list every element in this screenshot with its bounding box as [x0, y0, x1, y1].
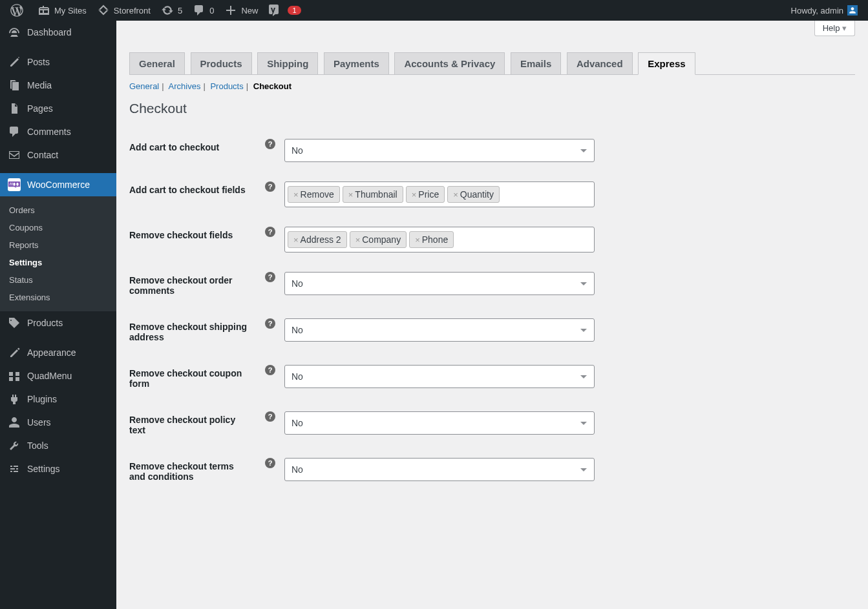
select-add-cart[interactable]: No	[284, 139, 595, 162]
menu-appearance[interactable]: Appearance	[0, 341, 116, 364]
tab-express[interactable]: Express	[638, 52, 695, 75]
yoast-badge: 1	[288, 6, 301, 15]
sub-reports[interactable]: Reports	[0, 236, 116, 254]
sub-extensions[interactable]: Extensions	[0, 289, 116, 306]
chip[interactable]: ×Quantity	[447, 186, 500, 203]
new-content[interactable]: New	[219, 0, 263, 21]
content-area: Help General Products Shipping Payments …	[116, 21, 868, 609]
menu-contact[interactable]: Contact	[0, 143, 116, 167]
help-icon[interactable]: ?	[265, 139, 275, 149]
tab-emails[interactable]: Emails	[511, 52, 561, 75]
remove-chip-icon[interactable]: ×	[293, 190, 299, 200]
select-remove-shipping[interactable]: No	[284, 318, 595, 342]
help-icon[interactable]: ?	[265, 365, 275, 375]
comments[interactable]: 0	[187, 0, 219, 21]
subtab-checkout: Checkout	[253, 81, 291, 91]
label-remove-coupon: Remove checkout coupon form	[129, 355, 259, 402]
remove-chip-icon[interactable]: ×	[453, 190, 458, 200]
menu-media[interactable]: Media	[0, 74, 116, 97]
chip[interactable]: ×Price	[406, 186, 445, 203]
select-remove-terms[interactable]: No	[284, 458, 595, 481]
tab-shipping[interactable]: Shipping	[257, 52, 318, 75]
remove-chip-icon[interactable]: ×	[355, 235, 361, 245]
menu-dashboard[interactable]: Dashboard	[0, 21, 116, 44]
chip[interactable]: ×Address 2	[288, 231, 347, 248]
subtab-archives[interactable]: Archives	[169, 81, 201, 91]
remove-chip-icon[interactable]: ×	[415, 235, 420, 245]
section-subnav: General| Archives| Products| Checkout	[129, 81, 855, 91]
user-greeting[interactable]: Howdy, admin	[786, 0, 863, 21]
yoast-notifications[interactable]: 1	[263, 0, 306, 21]
menu-settings[interactable]: Settings	[0, 457, 116, 480]
admin-sidebar: Dashboard Posts Media Pages Comments Con…	[0, 21, 116, 609]
remove-chip-icon[interactable]: ×	[348, 190, 354, 200]
chip[interactable]: ×Company	[350, 231, 407, 248]
help-icon[interactable]: ?	[265, 318, 275, 329]
menu-products[interactable]: Products	[0, 311, 116, 335]
menu-tools[interactable]: Tools	[0, 434, 116, 457]
menu-woocommerce[interactable]: WooCommerce	[0, 173, 116, 196]
menu-users[interactable]: Users	[0, 411, 116, 434]
label-remove-terms: Remove checkout terms and conditions	[129, 448, 259, 495]
menu-plugins[interactable]: Plugins	[0, 387, 116, 411]
help-tab[interactable]: Help	[814, 21, 855, 36]
settings-tabs: General Products Shipping Payments Accou…	[129, 46, 855, 75]
label-add-cart: Add cart to checkout	[129, 129, 259, 172]
woocommerce-submenu: Orders Coupons Reports Settings Status E…	[0, 196, 116, 311]
tab-products[interactable]: Products	[191, 52, 252, 75]
select-remove-coupon[interactable]: No	[284, 365, 595, 388]
chip[interactable]: ×Remove	[288, 186, 340, 203]
sub-status[interactable]: Status	[0, 271, 116, 289]
subtab-general[interactable]: General	[129, 81, 159, 91]
sub-coupons[interactable]: Coupons	[0, 219, 116, 236]
multiselect-cart-fields[interactable]: ×Remove×Thumbnail×Price×Quantity	[284, 181, 595, 207]
sub-orders[interactable]: Orders	[0, 201, 116, 219]
admin-bar: My Sites Storefront 5 0 New 1 Howdy, adm…	[0, 0, 868, 21]
settings-form: Add cart to checkout ? No Add cart to ch…	[129, 129, 855, 495]
label-remove-policy: Remove checkout policy text	[129, 402, 259, 448]
menu-posts[interactable]: Posts	[0, 50, 116, 74]
menu-quadmenu[interactable]: QuadMenu	[0, 364, 116, 387]
tab-accounts[interactable]: Accounts & Privacy	[394, 52, 505, 75]
wp-logo[interactable]	[5, 0, 32, 21]
tab-advanced[interactable]: Advanced	[567, 52, 633, 75]
label-remove-fields: Remove checkout fields	[129, 217, 259, 262]
select-remove-policy[interactable]: No	[284, 411, 595, 435]
chip[interactable]: ×Phone	[409, 231, 454, 248]
help-icon[interactable]: ?	[265, 458, 275, 468]
help-icon[interactable]: ?	[265, 411, 275, 422]
tab-payments[interactable]: Payments	[324, 52, 389, 75]
site-name[interactable]: Storefront	[92, 0, 156, 21]
multiselect-remove-fields[interactable]: ×Address 2×Company×Phone	[284, 227, 595, 253]
avatar	[847, 5, 858, 15]
updates[interactable]: 5	[156, 0, 187, 21]
tab-general[interactable]: General	[129, 52, 185, 75]
menu-pages[interactable]: Pages	[0, 97, 116, 120]
my-sites[interactable]: My Sites	[32, 0, 92, 21]
remove-chip-icon[interactable]: ×	[412, 190, 417, 200]
label-remove-comments: Remove checkout order comments	[129, 262, 259, 309]
section-title: Checkout	[129, 101, 855, 116]
help-icon[interactable]: ?	[265, 227, 275, 237]
help-icon[interactable]: ?	[265, 181, 275, 192]
help-icon[interactable]: ?	[265, 272, 275, 282]
menu-comments[interactable]: Comments	[0, 120, 116, 143]
remove-chip-icon[interactable]: ×	[293, 235, 299, 245]
sub-settings[interactable]: Settings	[0, 254, 116, 271]
chip[interactable]: ×Thumbnail	[343, 186, 403, 203]
subtab-products[interactable]: Products	[210, 81, 243, 91]
label-add-cart-fields: Add cart to checkout fields	[129, 172, 259, 217]
select-remove-comments[interactable]: No	[284, 272, 595, 295]
label-remove-shipping: Remove checkout shipping address	[129, 309, 259, 355]
